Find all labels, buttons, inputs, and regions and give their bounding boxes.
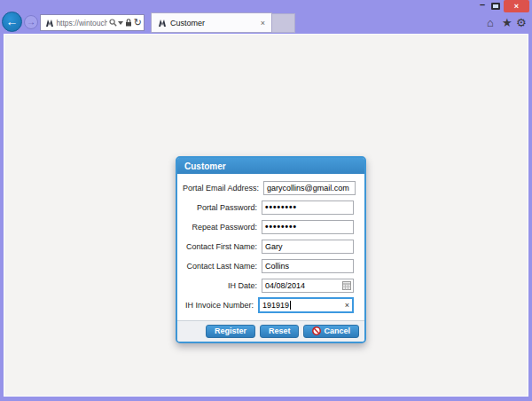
home-icon[interactable]: ⌂	[487, 16, 494, 30]
repeat-password-field[interactable]: ••••••••	[262, 220, 354, 234]
tab-title: Customer	[170, 19, 259, 28]
ih-date-field[interactable]: 04/08/2014	[262, 279, 354, 293]
favorites-star-icon[interactable]: ★	[502, 16, 512, 30]
calendar-icon[interactable]	[342, 281, 351, 292]
tab-close-icon[interactable]: ×	[259, 19, 267, 28]
dialog-footer: Register Reset Cancel	[177, 320, 364, 342]
form-row: Contact Last Name: Collins	[183, 259, 354, 273]
browser-window: – × ← → https://wintouch.touchton... ↻	[0, 0, 532, 401]
cancel-label: Cancel	[324, 327, 350, 335]
portal-email-field[interactable]: garycollins@gmail.com	[263, 181, 356, 195]
tab-favicon	[158, 19, 167, 28]
last-name-label: Contact Last Name:	[183, 262, 262, 271]
reset-button[interactable]: Reset	[260, 325, 300, 338]
back-button[interactable]: ←	[2, 12, 22, 32]
minimize-button[interactable]: –	[477, 0, 488, 11]
maximize-button[interactable]	[491, 3, 500, 10]
customer-dialog: Customer Portal Email Address: garycolli…	[176, 156, 366, 343]
form-row: IH Invoice Number: 191919 ×	[183, 298, 354, 312]
ih-invoice-field[interactable]: 191919 ×	[258, 297, 354, 313]
gear-icon[interactable]: ⚙	[516, 16, 527, 30]
new-tab-button[interactable]	[272, 13, 295, 33]
clear-field-icon[interactable]: ×	[345, 300, 349, 311]
form-row: Portal Email Address: garycollins@gmail.…	[183, 181, 354, 195]
form-row: Contact First Name: Gary	[183, 240, 354, 254]
tab-customer[interactable]: Customer ×	[151, 12, 272, 33]
register-label: Register	[215, 327, 246, 335]
register-button[interactable]: Register	[206, 325, 255, 338]
forward-button[interactable]: →	[24, 15, 38, 29]
form-row: Repeat Password: ••••••••	[183, 220, 354, 234]
chevron-down-icon[interactable]	[118, 21, 123, 25]
cancel-button[interactable]: Cancel	[303, 325, 359, 338]
portal-email-label: Portal Email Address:	[183, 184, 263, 193]
reset-label: Reset	[269, 327, 291, 335]
address-bar[interactable]: https://wintouch.touchton... ↻	[40, 14, 145, 31]
form-row: Portal Password: ••••••••	[183, 200, 354, 215]
repeat-password-label: Repeat Password:	[183, 223, 262, 232]
last-name-value: Collins	[265, 262, 289, 271]
portal-password-field[interactable]: ••••••••	[262, 200, 354, 215]
first-name-field[interactable]: Gary	[262, 240, 354, 254]
url-text: https://wintouch.touchton...	[54, 19, 107, 28]
first-name-label: Contact First Name:	[183, 242, 262, 251]
dialog-body: Portal Email Address: garycollins@gmail.…	[177, 174, 364, 320]
dialog-title: Customer	[177, 158, 364, 174]
ih-invoice-value: 191919	[262, 301, 289, 310]
portal-password-value: ••••••••	[265, 203, 297, 212]
portal-email-value: garycollins@gmail.com	[267, 184, 349, 193]
refresh-icon[interactable]: ↻	[134, 18, 142, 28]
last-name-field[interactable]: Collins	[262, 259, 354, 273]
first-name-value: Gary	[265, 242, 283, 251]
form-row: IH Date: 04/08/2014	[183, 279, 354, 293]
page-content: Customer Portal Email Address: garycolli…	[4, 34, 528, 397]
site-favicon	[45, 19, 54, 28]
ih-invoice-label: IH Invoice Number:	[183, 301, 258, 310]
portal-password-label: Portal Password:	[183, 203, 262, 212]
ih-date-label: IH Date:	[183, 281, 262, 290]
lock-icon	[125, 19, 132, 27]
repeat-password-value: ••••••••	[265, 223, 297, 232]
ih-date-value: 04/08/2014	[265, 281, 305, 290]
close-window-button[interactable]: ×	[504, 0, 529, 12]
text-cursor	[290, 301, 291, 310]
search-icon[interactable]	[109, 19, 117, 27]
cancel-prohibition-icon	[312, 326, 321, 335]
